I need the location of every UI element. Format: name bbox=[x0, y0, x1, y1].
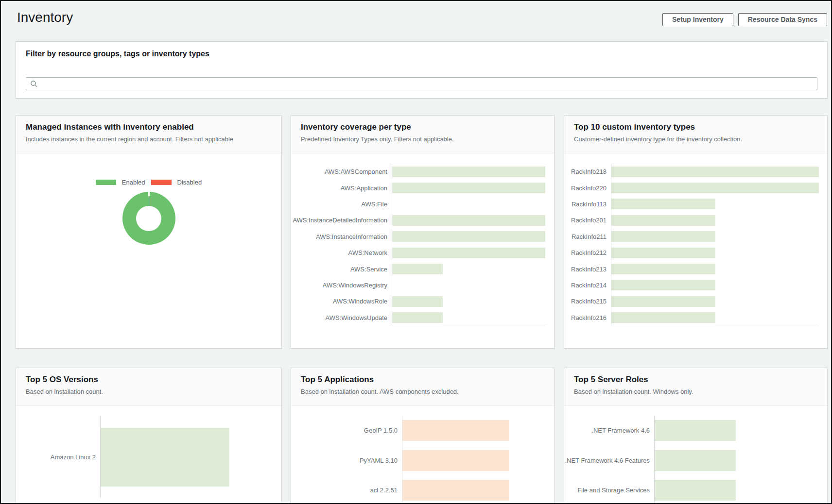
card-title: Inventory coverage per type bbox=[301, 122, 544, 133]
chart-category-label[interactable]: .NET Framework 4.6 Features bbox=[564, 457, 654, 464]
filter-search-input[interactable] bbox=[26, 77, 817, 90]
chart-bar[interactable] bbox=[611, 199, 715, 209]
chart-category-label[interactable]: RackInfo218 bbox=[564, 168, 611, 175]
chart-row: RackInfo213 bbox=[564, 261, 827, 277]
chart-category-label[interactable]: RackInfo212 bbox=[564, 249, 611, 256]
chart-bar[interactable] bbox=[392, 215, 545, 226]
chart-category-label[interactable]: AWS:Network bbox=[291, 249, 392, 256]
card-title: Top 5 OS Versions bbox=[26, 374, 272, 386]
chart-row: RackInfo218 bbox=[564, 164, 827, 180]
card-header: Top 5 Server Roles Based on installation… bbox=[564, 368, 827, 406]
chart-row: AWS:Service bbox=[291, 261, 554, 277]
chart-bar[interactable] bbox=[392, 248, 545, 258]
server-roles-bar-chart: .NET Framework 4.6.NET Framework 4.6 Fea… bbox=[564, 416, 827, 504]
chart-bar[interactable] bbox=[402, 420, 509, 441]
card-header: Top 10 custom inventory types Customer-d… bbox=[564, 116, 827, 153]
chart-plot-area bbox=[392, 293, 545, 309]
chart-plot-area bbox=[654, 416, 736, 446]
chart-category-label[interactable]: AWS:InstanceInformation bbox=[291, 233, 392, 240]
chart-plot-area bbox=[611, 245, 819, 261]
chart-bar[interactable] bbox=[392, 231, 545, 242]
chart-bar[interactable] bbox=[392, 312, 443, 323]
chart-bar[interactable] bbox=[392, 167, 545, 177]
chart-bar[interactable] bbox=[611, 280, 715, 290]
page-title: Inventory bbox=[17, 10, 73, 25]
filter-title: Filter by resource groups, tags or inven… bbox=[16, 42, 827, 58]
chart-plot-area bbox=[392, 245, 545, 261]
chart-row: RackInfo215 bbox=[564, 293, 827, 309]
chart-category-label[interactable]: Amazon Linux 2 bbox=[16, 454, 100, 461]
chart-plot-area bbox=[392, 277, 545, 293]
card-top-applications: Top 5 Applications Based on installation… bbox=[291, 368, 555, 504]
card-title: Top 5 Server Roles bbox=[574, 374, 817, 386]
chart-bar[interactable] bbox=[655, 450, 736, 471]
chart-bar[interactable] bbox=[101, 428, 229, 487]
chart-category-label[interactable]: AWS:WindowsUpdate bbox=[291, 314, 392, 321]
chart-category-label[interactable]: RackInfo211 bbox=[564, 233, 611, 240]
filter-card: Filter by resource groups, tags or inven… bbox=[16, 41, 828, 99]
chart-row: AWS:WindowsRegistry bbox=[291, 277, 554, 293]
chart-bar[interactable] bbox=[611, 264, 715, 274]
chart-bar[interactable] bbox=[392, 264, 443, 274]
chart-bar[interactable] bbox=[402, 450, 509, 471]
card-header: Top 5 Applications Based on installation… bbox=[291, 368, 554, 406]
chart-category-label[interactable]: RackInfo214 bbox=[564, 282, 611, 289]
chart-category-label[interactable]: RackInfo216 bbox=[564, 314, 611, 321]
chart-bar[interactable] bbox=[392, 296, 443, 307]
chart-row: AWS:InstanceInformation bbox=[291, 229, 554, 245]
chart-category-label[interactable]: File and Storage Services bbox=[564, 487, 654, 494]
chart-plot-area bbox=[392, 229, 545, 245]
chart-plot-area bbox=[392, 310, 545, 326]
chart-category-label[interactable]: RackInfo215 bbox=[564, 298, 611, 305]
card-header: Top 5 OS Versions Based on installation … bbox=[16, 368, 281, 406]
chart-bar[interactable] bbox=[402, 480, 509, 501]
chart-bar[interactable] bbox=[655, 480, 736, 501]
chart-plot-area bbox=[611, 310, 819, 326]
chart-row: AWS:WindowsRole bbox=[291, 293, 554, 309]
chart-category-label[interactable]: PyYAML 3.10 bbox=[291, 457, 402, 464]
chart-category-label[interactable]: AWS:InstanceDetailedInformation bbox=[291, 217, 392, 224]
chart-category-label[interactable]: RackInfo220 bbox=[564, 185, 611, 192]
chart-category-label[interactable]: AWS:WindowsRole bbox=[291, 298, 392, 305]
chart-bar[interactable] bbox=[611, 248, 715, 258]
chart-category-label[interactable]: AWS:WindowsRegistry bbox=[291, 282, 392, 289]
chart-plot-area bbox=[402, 416, 509, 446]
chart-bar[interactable] bbox=[611, 215, 715, 226]
chart-category-label[interactable]: RackInfo113 bbox=[564, 201, 611, 208]
chart-row: RackInfo216 bbox=[564, 310, 827, 326]
card-subtitle: Predefined Inventory Types only. Filters… bbox=[301, 135, 544, 143]
chart-category-label[interactable]: RackInfo213 bbox=[564, 266, 611, 273]
chart-row: PyYAML 3.10 bbox=[291, 446, 554, 476]
chart-row: File and Storage Services bbox=[564, 475, 827, 504]
resource-data-syncs-button[interactable]: Resource Data Syncs bbox=[738, 13, 827, 26]
chart-bar[interactable] bbox=[611, 312, 715, 323]
chart-plot-area bbox=[402, 475, 509, 504]
chart-category-label[interactable]: acl 2.2.51 bbox=[291, 487, 402, 494]
chart-category-label[interactable]: AWS:AWSComponent bbox=[291, 168, 392, 175]
chart-bar[interactable] bbox=[611, 183, 819, 193]
chart-plot-area bbox=[611, 293, 819, 309]
card-subtitle: Based on installation count. AWS compone… bbox=[301, 388, 544, 396]
chart-row: AWS:WindowsUpdate bbox=[291, 310, 554, 326]
chart-bar[interactable] bbox=[655, 420, 736, 441]
chart-category-label[interactable]: GeoIP 1.5.0 bbox=[291, 427, 402, 434]
custom-types-bar-chart: RackInfo218RackInfo220RackInfo113RackInf… bbox=[564, 164, 827, 326]
chart-plot-area bbox=[402, 446, 509, 476]
chart-category-label[interactable]: AWS:Application bbox=[291, 185, 392, 192]
chart-bar[interactable] bbox=[611, 231, 715, 242]
chart-row: AWS:Application bbox=[291, 180, 554, 196]
chart-plot-area bbox=[392, 261, 545, 277]
chart-plot-area bbox=[611, 196, 819, 212]
card-title: Managed instances with inventory enabled bbox=[26, 122, 272, 133]
setup-inventory-button[interactable]: Setup Inventory bbox=[662, 13, 733, 26]
chart-row: AWS:AWSComponent bbox=[291, 164, 554, 180]
applications-bar-chart: GeoIP 1.5.0PyYAML 3.10acl 2.2.51 bbox=[291, 416, 554, 504]
chart-category-label[interactable]: AWS:Service bbox=[291, 266, 392, 273]
chart-bar[interactable] bbox=[611, 296, 715, 307]
chart-category-label[interactable]: .NET Framework 4.6 bbox=[564, 427, 654, 434]
card-top-os-versions: Top 5 OS Versions Based on installation … bbox=[16, 368, 282, 504]
chart-bar[interactable] bbox=[392, 183, 545, 193]
chart-bar[interactable] bbox=[611, 167, 819, 177]
chart-category-label[interactable]: AWS:File bbox=[291, 201, 392, 208]
chart-category-label[interactable]: RackInfo201 bbox=[564, 217, 611, 224]
